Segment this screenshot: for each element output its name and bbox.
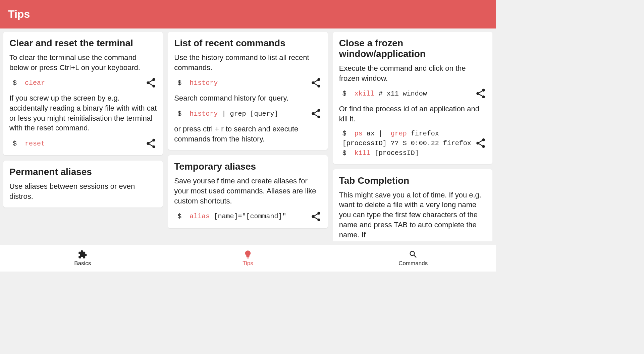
share-icon[interactable] <box>475 88 486 99</box>
content-area: Clear and reset the terminal To clear th… <box>0 28 496 245</box>
card-text: Use the history command to list all rece… <box>174 53 321 72</box>
code-block: $ clear <box>9 78 143 88</box>
card-text: Save yourself time and create aliases fo… <box>174 176 321 206</box>
column-2: List of recent commands Use the history … <box>168 32 327 241</box>
code-block: $ xkill # x11 window <box>339 89 472 99</box>
card-text: Use aliases between sessions or even dis… <box>9 181 157 201</box>
card-title: Clear and reset the terminal <box>9 38 157 49</box>
card-text: This might save you a lot of time. If yo… <box>339 190 486 240</box>
nav-label: Basics <box>74 260 91 267</box>
code-row: $ ps ax | grep firefox [processID] ?? S … <box>339 129 486 158</box>
lightbulb-icon <box>243 250 253 259</box>
app-header: Tips <box>0 0 496 28</box>
code-block: $ history | grep [query] <box>174 109 307 119</box>
column-1: Clear and reset the terminal To clear th… <box>3 32 163 241</box>
nav-label: Commands <box>398 260 428 267</box>
bottom-nav: Basics Tips Commands <box>0 245 496 272</box>
nav-label: Tips <box>243 260 253 267</box>
code-block: $ ps ax | grep firefox [processID] ?? S … <box>339 129 472 158</box>
code-block: $ alias [name]="[command]" <box>174 212 307 221</box>
code-row: $ xkill # x11 window <box>339 88 486 99</box>
card-title: Close a frozen window/application <box>339 38 486 59</box>
share-icon[interactable] <box>145 77 157 88</box>
code-block: $ reset <box>9 139 143 149</box>
card-history: List of recent commands Use the history … <box>168 32 327 150</box>
share-icon[interactable] <box>145 138 157 149</box>
code-block: $ history <box>174 78 307 88</box>
share-icon[interactable] <box>475 137 486 149</box>
nav-basics[interactable]: Basics <box>0 245 165 272</box>
column-3: Close a frozen window/application Execut… <box>333 32 492 241</box>
card-title: Tab Completion <box>339 175 486 186</box>
code-row: $ alias [name]="[command]" <box>174 211 321 222</box>
card-text: Or find the process id of an application… <box>339 104 486 124</box>
code-row: $ clear <box>9 77 157 88</box>
card-title: List of recent commands <box>174 38 321 49</box>
nav-tips[interactable]: Tips <box>165 245 331 272</box>
card-permanent-aliases: Permanent aliases Use aliases between se… <box>3 161 163 207</box>
card-text: Execute the command and click on the fro… <box>339 63 486 83</box>
card-frozen-window: Close a frozen window/application Execut… <box>333 32 492 164</box>
puzzle-icon <box>78 250 87 259</box>
card-tab-completion: Tab Completion This might save you a lot… <box>333 169 492 241</box>
share-icon[interactable] <box>310 211 322 222</box>
card-text: or press ctrl + r to search and execute … <box>174 124 321 144</box>
card-clear-reset: Clear and reset the terminal To clear th… <box>3 32 163 155</box>
page-title: Tips <box>8 8 30 20</box>
card-text: To clear the terminal use the command be… <box>9 53 157 72</box>
card-temporary-aliases: Temporary aliases Save yourself time and… <box>168 155 327 228</box>
card-text: If you screw up the screen by e.g. accid… <box>9 93 157 133</box>
card-text: Search command history for query. <box>174 93 321 103</box>
card-title: Temporary aliases <box>174 161 321 172</box>
share-icon[interactable] <box>310 108 322 119</box>
nav-commands[interactable]: Commands <box>330 245 496 272</box>
search-icon <box>409 250 418 259</box>
share-icon[interactable] <box>310 77 322 88</box>
code-row: $ reset <box>9 138 157 149</box>
code-row: $ history <box>174 77 321 88</box>
card-title: Permanent aliases <box>9 167 157 177</box>
code-row: $ history | grep [query] <box>174 108 321 119</box>
